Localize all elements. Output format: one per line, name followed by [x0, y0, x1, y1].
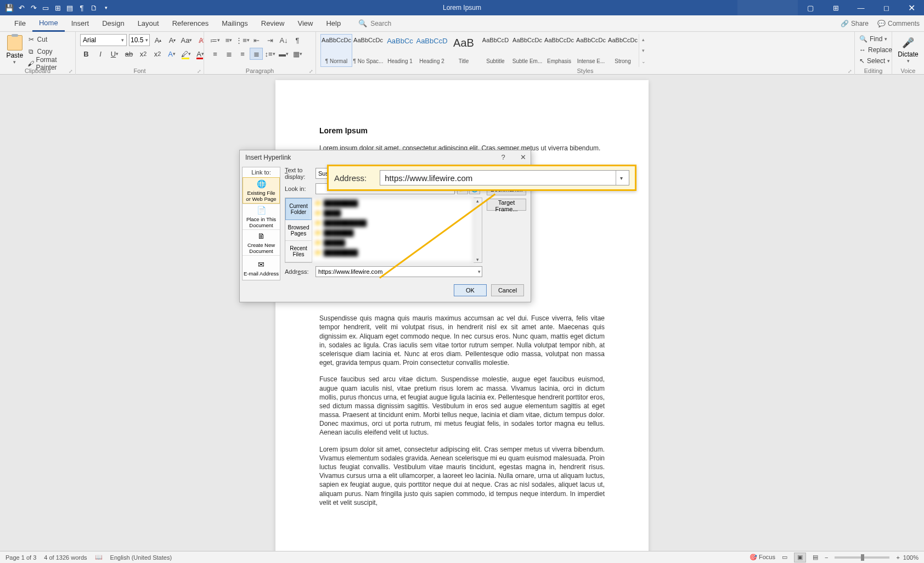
font-family-selector[interactable]: Arial▾	[80, 34, 127, 46]
decrease-indent-button[interactable]: ⇤	[250, 34, 263, 46]
text-effects-button[interactable]: A▾	[166, 48, 178, 60]
change-case-button[interactable]: Aa▾	[181, 34, 193, 46]
zoom-level[interactable]: 100%	[903, 554, 919, 561]
ok-button[interactable]: OK	[454, 284, 487, 296]
dictate-button[interactable]: 🎤 Dictate ▾	[897, 34, 920, 67]
style-emphasis[interactable]: AaBbCcDcEmphasis	[543, 34, 575, 67]
linkto-email[interactable]: ✉E-mail Address	[243, 255, 280, 280]
page-indicator[interactable]: Page 1 of 3	[5, 554, 36, 561]
tab-help[interactable]: Help	[319, 15, 347, 32]
style-nospac[interactable]: AaBbCcDc¶ No Spac...	[352, 34, 384, 67]
copy-button[interactable]: ⧉Copy	[27, 46, 71, 57]
redo-icon[interactable]: ↷	[27, 2, 40, 14]
chevron-down-icon[interactable]: ▾	[616, 171, 627, 185]
zoom-slider[interactable]	[835, 556, 889, 559]
tab-mailings[interactable]: Mailings	[215, 15, 255, 32]
borders-button[interactable]: ▦▾	[291, 48, 304, 60]
tab-view[interactable]: View	[291, 15, 319, 32]
display-icon[interactable]: ⊞	[823, 0, 848, 15]
subscript-button[interactable]: x2	[137, 48, 149, 60]
focus-mode[interactable]: 🎯 Focus	[750, 554, 775, 561]
recent-files-tab[interactable]: Recent Files	[285, 241, 312, 262]
account-btn-1[interactable]	[737, 0, 768, 15]
search-box[interactable]: 🔍 Search	[358, 19, 391, 27]
language-indicator[interactable]: English (United States)	[110, 554, 172, 561]
grow-font-button[interactable]: A▴	[152, 34, 164, 46]
current-folder-tab[interactable]: Current Folder	[285, 198, 312, 220]
dialog-launcher-icon[interactable]: ⤢	[309, 69, 313, 74]
share-button[interactable]: 🔗 Share	[841, 20, 869, 27]
maximize-icon[interactable]: ◻	[874, 0, 899, 15]
close-icon[interactable]: ✕	[517, 151, 528, 162]
shading-button[interactable]: ▬▾	[277, 48, 290, 60]
dialog-launcher-icon[interactable]: ⤢	[69, 69, 73, 74]
help-icon[interactable]: ?	[498, 151, 509, 162]
tab-home[interactable]: Home	[32, 15, 65, 32]
tab-references[interactable]: References	[166, 15, 215, 32]
tab-insert[interactable]: Insert	[65, 15, 96, 32]
increase-indent-button[interactable]: ⇥	[263, 34, 277, 46]
multilevel-button[interactable]: ⋮≡▾	[236, 34, 249, 46]
style-subtleem[interactable]: AaBbCcDcSubtle Em...	[511, 34, 543, 67]
undo-icon[interactable]: ↶	[15, 2, 27, 14]
zoom-in-button[interactable]: +	[896, 554, 899, 561]
browsed-pages-tab[interactable]: Browsed Pages	[285, 220, 312, 241]
word-count[interactable]: 4 of 1326 words	[44, 554, 87, 561]
superscript-button[interactable]: x2	[151, 48, 164, 60]
zoom-out-button[interactable]: −	[825, 554, 828, 561]
qat-more-icon[interactable]: ▾	[100, 2, 112, 14]
qat-btn-5[interactable]: 🗋	[88, 2, 100, 14]
account-btn-2[interactable]	[768, 0, 798, 15]
replace-button[interactable]: ↔Replace	[859, 45, 892, 55]
align-left-button[interactable]: ≡	[209, 48, 222, 60]
align-center-button[interactable]: ≣	[222, 48, 235, 60]
tab-file[interactable]: File	[8, 15, 32, 32]
font-size-selector[interactable]: 10.5▾	[129, 34, 150, 46]
tab-design[interactable]: Design	[95, 15, 131, 32]
file-list[interactable]: 📁 ████████📁 ████📁 ██████████ 📁 ███████📁 …	[312, 198, 474, 263]
select-button[interactable]: ↖Select▾	[859, 56, 892, 66]
paste-button[interactable]: Paste ▾	[4, 34, 25, 69]
numbering-button[interactable]: ≡▾	[222, 34, 235, 46]
italic-button[interactable]: I	[94, 48, 106, 60]
align-right-button[interactable]: ≡	[236, 48, 249, 60]
read-mode-icon[interactable]: ▭	[779, 553, 791, 562]
comments-button[interactable]: 💬 Comments	[877, 20, 920, 27]
justify-button[interactable]: ≣	[250, 48, 263, 60]
address-input[interactable]: https://www.lifewire.com▾	[315, 266, 482, 277]
shrink-font-button[interactable]: A▾	[166, 34, 178, 46]
bold-button[interactable]: B	[80, 48, 92, 60]
styles-scrollbar[interactable]: ▴▾⌄	[639, 34, 647, 67]
print-layout-icon[interactable]: ▣	[794, 553, 806, 562]
cancel-button[interactable]: Cancel	[491, 284, 524, 296]
linkto-existing[interactable]: 🌐Existing File or Web Page	[243, 177, 280, 204]
sort-button[interactable]: A↓	[277, 34, 290, 46]
dialog-launcher-icon[interactable]: ⤢	[848, 69, 852, 74]
style-title[interactable]: AaBTitle	[448, 34, 480, 67]
document-area[interactable]: Lorem Ipsum Lorem ipsum dolor sit amet, …	[0, 75, 924, 551]
ribbon-options-icon[interactable]: ▢	[798, 0, 823, 15]
tab-review[interactable]: Review	[255, 15, 291, 32]
line-spacing-button[interactable]: ↕≡▾	[263, 48, 277, 60]
close-icon[interactable]: ✕	[899, 0, 924, 15]
qat-btn-4[interactable]: ¶	[76, 2, 88, 14]
style-intensee[interactable]: AaBbCcDcIntense E...	[575, 34, 607, 67]
callout-address-input[interactable]: https://www.lifewire.com ▾	[380, 170, 629, 185]
tab-layout[interactable]: Layout	[131, 15, 166, 32]
bullets-button[interactable]: ≔▾	[209, 34, 222, 46]
underline-button[interactable]: U▾	[109, 48, 121, 60]
strike-button[interactable]: ab	[123, 48, 135, 60]
linkto-createnew[interactable]: 🗎Create New Document	[243, 229, 280, 255]
qat-btn-2[interactable]: ⊞	[52, 2, 64, 14]
highlight-button[interactable]: 🖊▾	[180, 48, 192, 60]
minimize-icon[interactable]: —	[848, 0, 874, 15]
style-normal[interactable]: AaBbCcDc¶ Normal	[320, 34, 352, 67]
show-marks-button[interactable]: ¶	[291, 34, 304, 46]
style-heading2[interactable]: AaBbCcDHeading 2	[416, 34, 448, 67]
qat-btn-3[interactable]: ▤	[64, 2, 76, 14]
style-subtitle[interactable]: AaBbCcDSubtitle	[480, 34, 511, 67]
style-strong[interactable]: AaBbCcDcStrong	[607, 34, 639, 67]
save-icon[interactable]: 💾	[3, 2, 15, 14]
proofing-icon[interactable]: 📖	[95, 554, 103, 561]
target-frame-button[interactable]: Target Frame...	[487, 199, 526, 211]
